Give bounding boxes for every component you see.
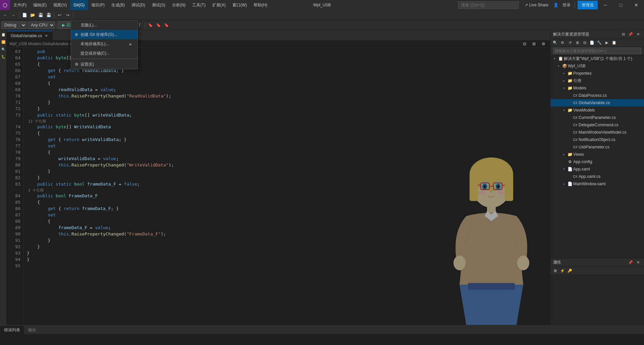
code-content[interactable]: pub public byte[] ReadValidData { get { …	[23, 48, 547, 325]
close-button[interactable]: ✕	[629, 0, 644, 10]
tb-undo[interactable]: ↩	[56, 11, 64, 19]
build-config-select[interactable]: Debug Release	[1, 21, 26, 29]
sol-tb-5[interactable]: ⊟	[581, 40, 588, 46]
code-line-74: public byte[] WriteValidData	[27, 124, 547, 130]
dd-settings[interactable]: ⚙ 设置(E)	[71, 60, 138, 69]
tb2-bookmark3[interactable]: 🔖	[163, 21, 171, 29]
dd-clone-label: 克隆(L)...	[80, 22, 97, 28]
tree-solution[interactable]: ▾ 📋 解决方案"Wpf_USB"(1 个项目/共 1 个)	[550, 55, 644, 62]
dd-local[interactable]: 本地存储库(L)... ▶	[71, 39, 138, 49]
tb-saveall[interactable]: 💾	[45, 11, 53, 19]
tb2-bookmark2[interactable]: 🔖	[155, 21, 163, 29]
tree-properties[interactable]: ▸ 📁 Properties	[550, 70, 644, 77]
menu-edit[interactable]: 编辑(E)	[30, 0, 50, 10]
menu-tools[interactable]: 工具(T)	[189, 0, 209, 10]
person-icon[interactable]: 👤	[552, 1, 560, 9]
sol-tb-3[interactable]: ↺	[567, 40, 573, 46]
login-label[interactable]: 登录	[560, 2, 573, 8]
menu-view[interactable]: 视图(V)	[50, 0, 70, 10]
sol-tb-4[interactable]: ⊞	[574, 40, 581, 46]
settings-btn[interactable]: ⚙	[539, 40, 547, 48]
menu-project[interactable]: 项目(P)	[88, 0, 108, 10]
editor-scrollbar[interactable]	[547, 48, 550, 325]
tb-sep3	[73, 12, 73, 18]
tb-back[interactable]: ←	[1, 11, 9, 19]
sol-tb-2[interactable]: ⚙	[559, 40, 566, 46]
code-line-92: }	[27, 244, 547, 250]
props-tb-3[interactable]: 🔑	[567, 268, 573, 274]
tb-save[interactable]: 💾	[37, 11, 45, 19]
menu-test[interactable]: 测试(S)	[149, 0, 169, 10]
platform-select[interactable]: Any CPU	[28, 21, 55, 29]
tree-delegatecmd[interactable]: C# DelegateCommand.cs	[550, 121, 644, 129]
menu-help[interactable]: 帮助(H)	[250, 0, 271, 10]
sol-tb-7[interactable]: 🔧	[596, 40, 603, 46]
props-tb-1[interactable]: ⊞	[552, 268, 558, 274]
menu-window[interactable]: 窗口(W)	[229, 0, 250, 10]
props-close[interactable]: ✕	[635, 259, 641, 266]
tree-notificationobj[interactable]: C# NotificationObject.cs	[550, 136, 644, 143]
code-line-85: {	[27, 199, 547, 205]
tab-globalvariable[interactable]: GlobalVariable.cs ✕	[7, 31, 53, 40]
tree-currentparam[interactable]: C# CurrentParameter.cs	[550, 114, 644, 121]
search-input[interactable]	[458, 1, 519, 9]
dd-create[interactable]: ⊕ 创建 Git 存储库(G)...	[71, 30, 138, 39]
tree-mainwindowvm[interactable]: C# MainWindowViewModel.cs	[550, 129, 644, 136]
sidebar-search[interactable]: 🔍	[0, 46, 6, 52]
tree-project[interactable]: ▾ 📦 Wpf_USB	[550, 62, 644, 70]
solution-search-input[interactable]	[553, 48, 641, 54]
xaml-icon: 📄	[567, 166, 573, 172]
code-line-87: set	[27, 212, 547, 218]
breadcrumb-namespace[interactable]: Wpf_USB.Models.GlobalVariable	[9, 42, 68, 46]
tree-mainwindowxaml[interactable]: ▸ 📄 MainWindow.xaml	[550, 180, 644, 188]
appconfig-label: App.config	[573, 159, 592, 164]
menu-extend[interactable]: 扩展(X)	[209, 0, 229, 10]
tab-close-button[interactable]: ✕	[44, 33, 49, 38]
tb2-bookmark[interactable]: 🔖	[147, 21, 155, 29]
tree-models[interactable]: ▾ 📁 Models	[550, 84, 644, 92]
live-share-button[interactable]: ↗ Live Share	[521, 1, 552, 9]
sol-collapse[interactable]: ⊟	[620, 31, 627, 38]
sidebar-explore[interactable]: 📋	[0, 31, 6, 38]
menu-file[interactable]: 文件(F)	[10, 0, 30, 10]
sidebar-debug[interactable]: 🐛	[0, 54, 6, 60]
tab-output[interactable]: 输出	[24, 326, 40, 334]
menu-git[interactable]: Git(G)	[70, 0, 88, 10]
tree-views[interactable]: ▸ 📁 Views	[550, 151, 644, 158]
tree-globalvariable[interactable]: C# GlobalVariable.cs	[550, 99, 644, 107]
tree-usbparam[interactable]: C# UsbParameter.cs	[550, 143, 644, 151]
tb-open[interactable]: 📂	[29, 11, 37, 19]
tree-appconfig[interactable]: ⚙ App.config	[550, 158, 644, 165]
admin-button[interactable]: 管理员	[578, 1, 598, 9]
sol-tb-8[interactable]: ▶	[603, 40, 610, 46]
tb-new[interactable]: 📄	[20, 11, 29, 19]
code-editor[interactable]: 63 64 65 66 67 68 69 70 71 72 73 74 75 7…	[7, 48, 550, 325]
maximize-button[interactable]: □	[613, 0, 629, 10]
window-title: Wpf_USB	[313, 3, 331, 7]
collapse-all-btn[interactable]: ⊟	[521, 40, 529, 48]
sol-tb-6[interactable]: 📄	[589, 40, 595, 46]
menu-analyze[interactable]: 分析(N)	[169, 0, 189, 10]
line-numbers: 63 64 65 66 67 68 69 70 71 72 73 74 75 7…	[7, 48, 23, 325]
props-pin[interactable]: 📌	[627, 259, 634, 266]
sol-tb-9[interactable]: 📋	[611, 40, 618, 46]
sidebar-git[interactable]: 🔀	[0, 39, 6, 45]
tb-forward[interactable]: →	[9, 11, 17, 19]
tree-references[interactable]: ▸ 📁 引用	[550, 77, 644, 84]
minimize-button[interactable]: ─	[598, 0, 613, 10]
dd-commit[interactable]: 提交或存储(C)...	[71, 49, 138, 58]
tree-viewmodels[interactable]: ▾ 📁 ViewModels	[550, 107, 644, 114]
tb-redo[interactable]: ↪	[64, 11, 72, 19]
dd-clone[interactable]: 克隆(L)...	[71, 20, 138, 30]
props-tb-2[interactable]: ⚡	[559, 268, 566, 274]
sol-close[interactable]: ✕	[635, 31, 641, 38]
menu-build[interactable]: 生成(B)	[108, 0, 128, 10]
sol-pin[interactable]: 📌	[627, 31, 634, 38]
tree-dataprocess[interactable]: C# DataProcess.cs	[550, 92, 644, 99]
expand-btn[interactable]: ⊞	[530, 40, 538, 48]
tab-error-list[interactable]: 错误列表	[0, 326, 24, 334]
tree-appxaml[interactable]: ▾ 📄 App.xaml	[550, 165, 644, 173]
tree-appxamlcs[interactable]: C# App.xaml.cs	[550, 173, 644, 180]
sol-tb-1[interactable]: 🔍	[552, 40, 558, 46]
menu-debug[interactable]: 调试(D)	[128, 0, 149, 10]
